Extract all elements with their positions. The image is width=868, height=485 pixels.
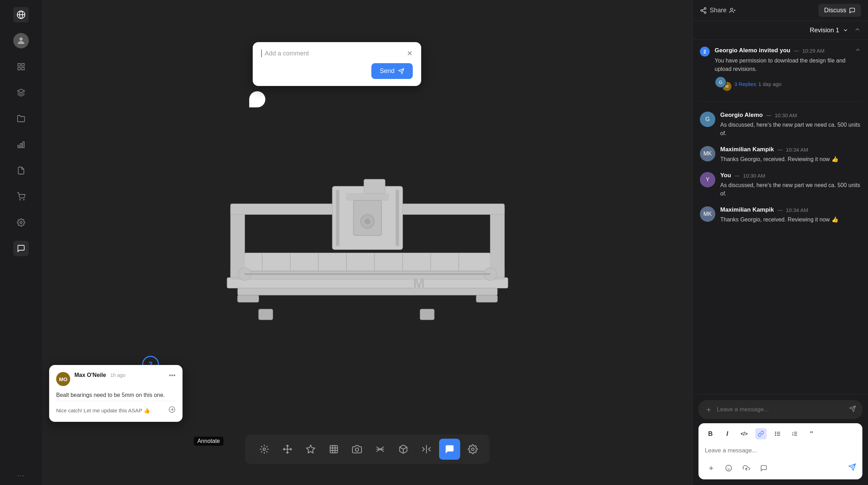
replies-link-1[interactable]: G M 3 Replies 1 day ago bbox=[715, 76, 861, 92]
measure-tool-button[interactable] bbox=[370, 439, 391, 460]
ordered-list-button[interactable] bbox=[789, 428, 800, 439]
svg-rect-42 bbox=[420, 309, 434, 320]
svg-rect-4 bbox=[18, 64, 20, 66]
message-text-1: You have permission to download the desi… bbox=[715, 57, 861, 73]
mirror-tool-button[interactable] bbox=[416, 439, 437, 460]
svg-rect-8 bbox=[18, 145, 19, 148]
rich-text-input[interactable] bbox=[705, 444, 856, 458]
message-time-5: 10:34 AM bbox=[786, 207, 808, 213]
svg-point-78 bbox=[775, 435, 776, 436]
bottom-toolbar: Annotate bbox=[245, 434, 490, 464]
code-button[interactable]: </> bbox=[738, 428, 750, 439]
thread-reply-input[interactable] bbox=[56, 407, 165, 413]
transform-tool-button[interactable] bbox=[277, 439, 298, 460]
message-author-3: Maximilian Kampik bbox=[720, 146, 774, 153]
message-text-input[interactable] bbox=[717, 406, 845, 413]
sidebar-icon-folder[interactable] bbox=[13, 111, 29, 126]
thread-header: MO Max O'Neile 1h ago ••• bbox=[56, 372, 175, 386]
bold-button[interactable]: B bbox=[705, 428, 716, 439]
rich-actions bbox=[705, 462, 856, 474]
expand-icon-1[interactable] bbox=[855, 47, 861, 54]
svg-point-11 bbox=[20, 199, 20, 200]
attach-button[interactable] bbox=[705, 462, 717, 474]
annotation-bubble[interactable] bbox=[249, 91, 265, 107]
svg-line-67 bbox=[702, 9, 704, 10]
revision-selector[interactable]: Revision 1 bbox=[810, 26, 848, 34]
svg-point-64 bbox=[701, 9, 703, 11]
thread-avatar: MO bbox=[56, 372, 70, 386]
svg-text:M: M bbox=[413, 275, 425, 291]
svg-rect-28 bbox=[364, 179, 385, 193]
thread-more-button[interactable]: ••• bbox=[169, 372, 175, 379]
upload-button[interactable] bbox=[740, 462, 753, 474]
thread-time: 1h ago bbox=[111, 372, 126, 378]
svg-rect-29 bbox=[245, 253, 490, 271]
sidebar-icon-cart[interactable] bbox=[13, 189, 29, 204]
avatar-max-2: MK bbox=[700, 206, 715, 222]
message-text-5: Thanks Georgio, received. Reviewing it n… bbox=[720, 215, 861, 224]
svg-rect-26 bbox=[336, 190, 339, 246]
grid-tool-button[interactable] bbox=[323, 439, 344, 460]
bullet-list-button[interactable] bbox=[772, 428, 783, 439]
share-button[interactable]: Share bbox=[700, 7, 736, 14]
sidebar-icon-globe[interactable] bbox=[13, 7, 29, 22]
message-content-1: Georgio Alemo invited you — 10:29 AM You… bbox=[715, 47, 861, 92]
rich-send-button[interactable] bbox=[848, 463, 856, 473]
svg-point-50 bbox=[263, 448, 265, 451]
svg-rect-44 bbox=[476, 295, 497, 302]
message-author-2: Georgio Alemo bbox=[720, 112, 763, 119]
close-panel-button[interactable] bbox=[854, 26, 861, 34]
svg-point-76 bbox=[775, 432, 776, 433]
svg-rect-9 bbox=[20, 144, 22, 148]
svg-point-12 bbox=[24, 199, 24, 200]
message-header-2: Georgio Alemo — 10:30 AM bbox=[720, 112, 861, 119]
camera-tool-button[interactable] bbox=[346, 439, 367, 460]
settings-tool-button[interactable] bbox=[462, 439, 483, 460]
svg-rect-27 bbox=[396, 190, 399, 246]
main-canvas: M 2 MO Max O'Neile 1h ago ••• Bealt bear… bbox=[42, 0, 693, 485]
sidebar-icon-chat[interactable] bbox=[13, 241, 29, 256]
explode-tool-button[interactable] bbox=[300, 439, 321, 460]
message-author-5: Maximilian Kampik bbox=[720, 206, 774, 213]
sidebar-more[interactable]: ... bbox=[17, 471, 25, 478]
thread-author: Max O'Neile bbox=[74, 372, 106, 378]
message-header-1: Georgio Alemo invited you — 10:29 AM bbox=[715, 47, 861, 54]
svg-point-65 bbox=[704, 12, 706, 13]
message-header-5: Maximilian Kampik — 10:34 AM bbox=[720, 206, 861, 213]
message-send-button[interactable] bbox=[849, 405, 856, 414]
comment-popup-footer: Send bbox=[261, 63, 413, 79]
sidebar-icon-chart[interactable] bbox=[13, 137, 29, 152]
sidebar-avatar[interactable] bbox=[13, 33, 29, 48]
comment-close-button[interactable]: ✕ bbox=[407, 49, 413, 58]
orbit-tool-button[interactable] bbox=[254, 439, 275, 460]
emoji-button[interactable] bbox=[722, 462, 735, 474]
annotate-tool-button[interactable] bbox=[439, 439, 460, 460]
message-content-2: Georgio Alemo — 10:30 AM As discussed, h… bbox=[720, 112, 861, 138]
svg-rect-6 bbox=[18, 67, 20, 70]
message-group-2: G Georgio Alemo — 10:30 AM As discussed,… bbox=[700, 112, 861, 138]
svg-line-66 bbox=[702, 11, 704, 12]
sidebar-icon-cube[interactable] bbox=[13, 85, 29, 100]
toolbar-buttons: B I </> bbox=[705, 428, 856, 439]
message-plus-button[interactable]: ＋ bbox=[705, 404, 713, 415]
svg-rect-10 bbox=[23, 142, 24, 148]
sidebar-icon-gear[interactable] bbox=[13, 215, 29, 230]
message-author-1: Georgio Alemo invited you bbox=[715, 47, 790, 54]
sidebar-icon-document[interactable] bbox=[13, 163, 29, 178]
svg-rect-54 bbox=[330, 446, 337, 453]
message-group-3: MK Maximilian Kampik — 10:34 AM Thanks G… bbox=[700, 146, 861, 164]
thread-text: Bealt bearings need to be 5mm on this on… bbox=[56, 391, 175, 399]
thread-reply-send[interactable] bbox=[168, 406, 175, 415]
revision-selector-row: Revision 1 bbox=[693, 21, 868, 40]
discuss-button[interactable]: Discuss bbox=[819, 4, 861, 17]
svg-rect-22 bbox=[346, 193, 389, 200]
link-button[interactable] bbox=[755, 428, 767, 439]
message-time-4: 10:30 AM bbox=[743, 173, 765, 179]
quote-button[interactable]: " bbox=[806, 428, 817, 439]
comment-send-button[interactable]: Send bbox=[371, 63, 413, 79]
sidebar-icon-grid[interactable] bbox=[13, 59, 29, 74]
svg-point-84 bbox=[726, 465, 732, 471]
box-tool-button[interactable] bbox=[393, 439, 414, 460]
mention-button[interactable] bbox=[757, 462, 770, 474]
italic-button[interactable]: I bbox=[722, 428, 733, 439]
